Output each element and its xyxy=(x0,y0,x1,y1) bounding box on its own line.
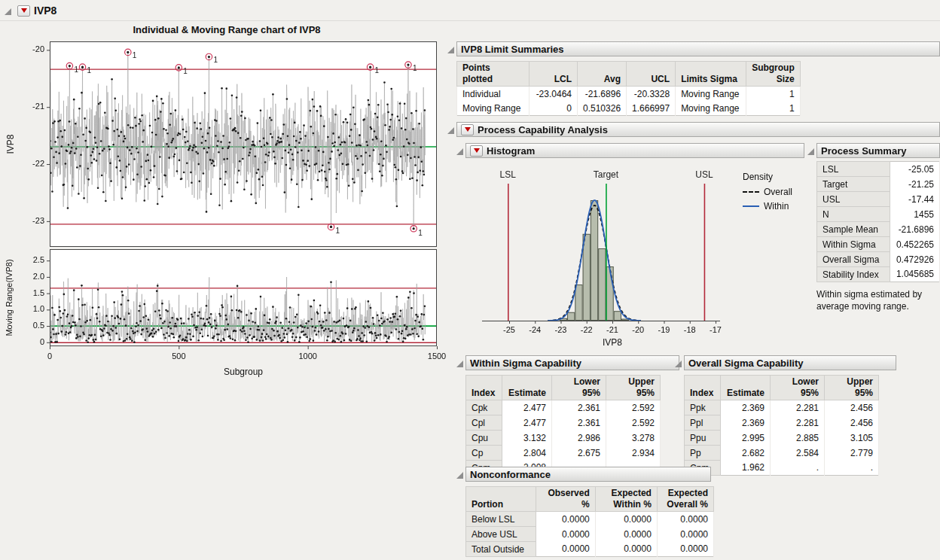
disclosure-icon[interactable] xyxy=(675,361,682,367)
table-row: Moving Range00.5103261.666997Moving Rang… xyxy=(457,101,801,116)
within-curve-swatch xyxy=(743,205,759,207)
report-outline-header[interactable]: IVP8 xyxy=(5,5,56,17)
table-cell: 1 xyxy=(746,101,801,116)
column-header: Avg xyxy=(578,62,627,87)
table-cell: 0.0000 xyxy=(657,512,713,527)
table-cell: Overall Sigma xyxy=(817,252,890,267)
panel-title: Process Summary xyxy=(821,145,906,157)
table-cell: 2.477 xyxy=(502,415,552,431)
table-cell: 0.0000 xyxy=(657,527,713,542)
table-cell: . xyxy=(771,461,825,476)
table-cell: 2.584 xyxy=(771,446,825,461)
column-header: Upper 95% xyxy=(825,376,879,400)
overall-capability-panel: Overall Sigma Capability IndexEstimateLo… xyxy=(675,355,896,476)
limit-summaries-table: Points plottedLCLAvgUCLLimits SigmaSubgr… xyxy=(456,61,801,116)
panel-title: Overall Sigma Capability xyxy=(688,358,803,369)
process-capability-header[interactable]: Process Capability Analysis xyxy=(456,122,940,137)
column-header: Subgroup Size xyxy=(746,62,801,87)
table-cell: Above USL xyxy=(466,527,536,542)
table-cell: Target xyxy=(817,177,890,192)
table-cell: Moving Range xyxy=(457,101,530,116)
table-row: Cpu3.1322.9863.278 xyxy=(466,431,661,446)
within-capability-header[interactable]: Within Sigma Capability xyxy=(465,355,679,370)
process-summary-note: Within sigma estimated by average moving… xyxy=(816,288,940,312)
legend-item-within: Within xyxy=(743,201,792,212)
table-cell: 0.0000 xyxy=(595,527,657,542)
table-cell: -20.3328 xyxy=(627,87,676,102)
table-cell: -21.6896 xyxy=(578,87,627,102)
limit-summaries-panel: IVP8 Limit Summaries Points plottedLCLAv… xyxy=(447,41,940,116)
table-cell: 0.0000 xyxy=(536,527,595,542)
table-cell: . xyxy=(825,461,879,476)
table-cell: -21.6896 xyxy=(890,222,940,237)
table-cell: Pp xyxy=(685,446,721,461)
table-cell: Individual xyxy=(457,87,530,102)
column-header: Expected Within % xyxy=(595,487,657,512)
table-cell: 0.472926 xyxy=(890,252,940,267)
disclosure-icon[interactable] xyxy=(456,472,463,479)
red-triangle-menu-button[interactable] xyxy=(461,124,474,135)
red-triangle-icon xyxy=(474,148,480,153)
table-cell: USL xyxy=(817,192,890,207)
panel-title: Nonconformance xyxy=(470,469,551,480)
table-cell: 1.962 xyxy=(721,461,771,476)
red-triangle-menu-button[interactable] xyxy=(470,145,483,157)
table-row: Cpk2.4772.3612.592 xyxy=(466,400,661,415)
column-header: Limits Sigma xyxy=(676,62,746,87)
nonconformance-table: PortionObserved %Expected Within %Expect… xyxy=(465,486,714,557)
table-cell: -23.0464 xyxy=(530,87,578,102)
legend-label: Within xyxy=(764,201,789,212)
table-cell: 0.0000 xyxy=(595,512,657,527)
table-cell: Total Outside xyxy=(466,542,536,557)
table-cell: 3.105 xyxy=(825,431,879,446)
table-cell: 2.675 xyxy=(552,446,606,461)
table-cell: 0.0000 xyxy=(595,542,657,557)
table-row: Individual-23.0464-21.6896-20.3328Moving… xyxy=(457,87,801,102)
nonconformance-header[interactable]: Nonconformance xyxy=(465,467,711,482)
table-cell: Below LSL xyxy=(466,512,536,527)
table-cell: 0.0000 xyxy=(536,512,595,527)
table-cell: Within Sigma xyxy=(817,237,890,252)
table-cell: 2.361 xyxy=(552,400,606,415)
column-header: Index xyxy=(466,376,502,400)
table-cell: 2.281 xyxy=(771,415,825,431)
column-header: Lower 95% xyxy=(771,376,825,400)
table-cell: N xyxy=(817,207,890,222)
column-header: Lower 95% xyxy=(552,376,606,400)
histogram-panel: Histogram xyxy=(456,143,804,158)
disclosure-icon[interactable] xyxy=(447,127,454,134)
table-cell: 0 xyxy=(530,101,578,116)
disclosure-icon[interactable] xyxy=(807,148,814,155)
legend-title: Density xyxy=(743,172,792,182)
red-triangle-menu-button[interactable] xyxy=(17,5,30,17)
legend-item-overall: Overall xyxy=(743,187,792,197)
column-header: Points plotted xyxy=(457,62,530,87)
process-summary-header[interactable]: Process Summary xyxy=(816,143,940,158)
process-summary-table: LSL-25.05Target-21.25USL-17.44N1455Sampl… xyxy=(816,161,940,282)
table-cell: 1 xyxy=(746,87,801,102)
histogram-header[interactable]: Histogram xyxy=(465,143,804,158)
process-summary-panel: Process Summary LSL-25.05Target-21.25USL… xyxy=(807,143,940,312)
table-row: Overall Sigma0.472926 xyxy=(817,252,940,267)
table-cell: 2.456 xyxy=(825,415,879,431)
disclosure-icon[interactable] xyxy=(5,8,11,15)
column-header: LCL xyxy=(530,62,578,87)
table-cell: 1.045685 xyxy=(890,267,940,282)
column-header: Index xyxy=(685,376,721,400)
disclosure-icon[interactable] xyxy=(447,47,454,53)
control-chart-canvas[interactable] xyxy=(2,21,450,391)
table-row: LSL-25.05 xyxy=(817,162,940,177)
overall-capability-header[interactable]: Overall Sigma Capability xyxy=(684,355,896,370)
table-cell: Moving Range xyxy=(676,87,746,102)
panel-title: IVP8 Limit Summaries xyxy=(461,44,564,55)
red-triangle-icon xyxy=(465,127,471,132)
table-row: USL-17.44 xyxy=(817,192,940,207)
column-header: Expected Overall % xyxy=(657,487,713,512)
disclosure-icon[interactable] xyxy=(456,361,463,367)
limit-summaries-header[interactable]: IVP8 Limit Summaries xyxy=(456,41,940,56)
table-cell: -25.05 xyxy=(890,162,940,177)
table-row: Cp2.8042.6752.934 xyxy=(466,446,661,461)
table-cell: 2.682 xyxy=(721,446,771,461)
table-cell: 0.0000 xyxy=(536,542,595,557)
disclosure-icon[interactable] xyxy=(456,148,463,155)
